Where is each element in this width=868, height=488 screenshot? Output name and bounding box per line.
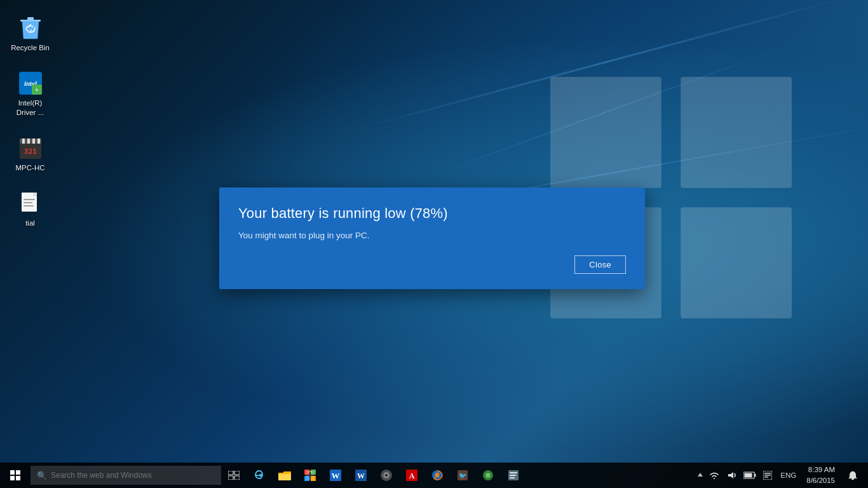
search-box[interactable]: 🔍	[31, 466, 221, 485]
svg-text:W: W	[332, 471, 340, 480]
taskbar: 🔍	[0, 463, 868, 488]
tray-volume-icon[interactable]	[724, 463, 740, 488]
taskbar-app12[interactable]	[501, 463, 526, 488]
desktop: Recycle Bin intel + Intel(R)Driver ...	[0, 0, 868, 488]
taskbar-word[interactable]: W	[323, 463, 348, 488]
taskbar-store[interactable]	[297, 463, 323, 488]
svg-rect-52	[510, 472, 517, 473]
svg-rect-1	[681, 77, 792, 188]
clock-date: 8/6/2015	[806, 475, 835, 486]
svg-rect-21	[24, 205, 34, 207]
desktop-icon-tial[interactable]: tial	[6, 188, 54, 231]
svg-rect-5	[27, 17, 34, 20]
taskbar-app11[interactable]	[475, 463, 501, 488]
svg-point-50	[485, 473, 491, 478]
notification-center-button[interactable]	[843, 463, 863, 488]
svg-rect-53	[510, 475, 516, 476]
battery-dialog: Your battery is running low (78%) You mi…	[219, 187, 645, 289]
svg-rect-18	[33, 193, 37, 196]
svg-rect-54	[510, 477, 515, 478]
clock-time: 8:39 AM	[808, 464, 835, 475]
svg-rect-12	[22, 139, 25, 144]
svg-rect-35	[306, 471, 314, 480]
battery-dialog-actions: Close	[238, 255, 626, 274]
tray-battery-icon[interactable]	[742, 463, 757, 488]
svg-rect-22	[10, 470, 15, 475]
battery-dialog-close-button[interactable]: Close	[574, 255, 626, 274]
taskbar-app10[interactable]: 🐦	[450, 463, 475, 488]
search-icon: 🔍	[37, 471, 47, 480]
desktop-icon-mpc-hc[interactable]: 321 MPC-HC	[6, 133, 54, 175]
search-input[interactable]	[51, 471, 203, 480]
svg-rect-28	[228, 476, 233, 480]
svg-rect-19	[24, 199, 35, 200]
mpc-hc-icon: 321	[18, 135, 43, 161]
svg-rect-3	[681, 207, 792, 318]
svg-rect-42	[385, 474, 388, 477]
svg-rect-60	[764, 473, 771, 474]
svg-text:+: +	[35, 86, 39, 93]
svg-text:A: A	[409, 471, 415, 480]
svg-rect-61	[764, 475, 771, 476]
tial-label: tial	[25, 219, 35, 228]
svg-rect-25	[16, 476, 20, 480]
tial-icon	[18, 191, 43, 216]
intel-driver-label: Intel(R)Driver ...	[17, 98, 44, 118]
svg-point-46	[435, 473, 440, 478]
svg-rect-0	[550, 77, 661, 188]
svg-rect-20	[24, 202, 32, 203]
svg-text:321: 321	[24, 147, 37, 156]
tray-notifications-icon[interactable]	[760, 463, 775, 488]
intel-driver-icon: intel +	[18, 71, 43, 96]
svg-rect-24	[10, 476, 15, 480]
svg-rect-29	[234, 476, 240, 480]
desktop-icon-intel-driver[interactable]: intel + Intel(R)Driver ...	[6, 68, 54, 120]
svg-rect-4	[20, 20, 41, 22]
svg-rect-15	[37, 139, 40, 144]
svg-rect-58	[745, 473, 752, 478]
tray-language[interactable]: ENG	[778, 471, 799, 479]
taskbar-wordpad[interactable]: W	[348, 463, 374, 488]
battery-dialog-title: Your battery is running low (78%)	[238, 205, 626, 222]
recycle-bin-label: Recycle Bin	[11, 43, 50, 53]
taskbar-media[interactable]	[374, 463, 399, 488]
battery-dialog-body: You might want to plug in your PC.	[238, 231, 626, 240]
tray-expand-button[interactable]	[696, 471, 704, 479]
svg-rect-27	[234, 471, 240, 475]
svg-rect-23	[16, 470, 20, 475]
taskbar-acrobat[interactable]: A	[399, 463, 424, 488]
svg-rect-62	[764, 477, 768, 478]
svg-rect-26	[228, 471, 233, 475]
system-clock[interactable]: 8:39 AM 8/6/2015	[801, 463, 840, 488]
svg-rect-14	[32, 139, 35, 144]
taskbar-file-explorer[interactable]	[272, 463, 297, 488]
svg-text:🐦: 🐦	[459, 471, 467, 480]
tray-network-icon[interactable]	[707, 463, 722, 488]
desktop-icon-recycle-bin[interactable]: Recycle Bin	[6, 13, 54, 55]
pinned-apps: W W A	[221, 463, 526, 488]
taskbar-task-view[interactable]	[221, 463, 247, 488]
svg-text:W: W	[357, 471, 365, 480]
taskbar-firefox[interactable]	[424, 463, 450, 488]
svg-marker-55	[698, 473, 703, 477]
mpc-hc-label: MPC-HC	[16, 163, 45, 173]
desktop-icons: Recycle Bin intel + Intel(R)Driver ...	[0, 6, 60, 237]
svg-rect-57	[755, 474, 756, 477]
taskbar-edge[interactable]	[247, 463, 272, 488]
recycle-bin-icon	[18, 15, 43, 41]
start-button[interactable]	[0, 463, 31, 488]
svg-rect-13	[27, 139, 30, 144]
system-tray: ENG 8:39 AM 8/6/2015	[691, 463, 868, 488]
